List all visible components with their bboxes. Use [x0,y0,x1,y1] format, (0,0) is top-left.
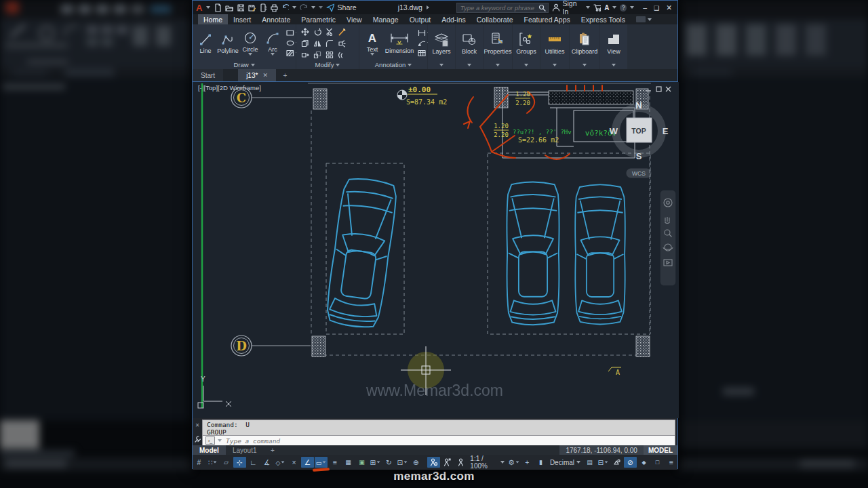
dynamic-input-icon[interactable] [233,457,246,468]
command-customize-wrench-icon[interactable] [194,435,201,443]
tab-output[interactable]: Output [404,14,437,24]
circle-caret-icon[interactable] [248,53,252,56]
viewport-controls[interactable] [646,87,671,92]
lock-ui-icon[interactable] [597,457,610,468]
open-folder-icon[interactable] [225,3,233,12]
model-space-badge[interactable]: MODEL [644,445,677,455]
ribbon-options[interactable] [631,14,657,24]
file-tab-close-icon[interactable] [262,72,268,79]
block-panel-footer[interactable] [456,60,483,69]
tab-express-tools[interactable]: Express Tools [576,14,631,24]
help-caret-icon[interactable] [630,6,634,9]
clipboard-button[interactable]: Clipboard [572,31,597,55]
object-isolate-icon[interactable] [610,457,623,468]
move-icon[interactable] [301,28,309,36]
command-input[interactable] [224,436,672,445]
annotation-visibility-icon[interactable] [427,457,440,468]
text-button[interactable]: A Text [362,30,382,56]
new-file-icon[interactable] [214,3,222,12]
tab-addins[interactable]: Add-ins [436,14,471,24]
annotation-panel-footer[interactable]: Annotation [359,60,427,69]
share-button[interactable]: Share [338,3,357,12]
drawing-canvas[interactable]: [-][Top][2D Wireframe] C [193,82,679,418]
infer-constraints-icon[interactable] [220,457,233,468]
sign-in-avatar-icon[interactable] [552,3,559,12]
arc-caret-icon[interactable] [271,53,275,56]
polyline-button[interactable]: Polyline [218,32,238,54]
command-input-row[interactable] [202,435,675,446]
tab-manage[interactable]: Manage [368,14,404,24]
snap-mode-icon[interactable] [206,457,219,468]
isolate-objects-icon[interactable] [534,457,547,468]
dimension-button[interactable]: Dimension [384,32,414,54]
command-close-icon[interactable] [195,422,200,428]
selection-cycling-icon[interactable] [355,457,368,468]
trim-icon[interactable] [326,28,334,36]
viewcube-north[interactable]: N [635,100,642,110]
tab-featured-apps[interactable]: Featured Apps [518,14,575,24]
layers-button[interactable]: Layers [431,31,452,55]
graphics-performance-icon[interactable] [624,457,637,468]
fillet-icon[interactable] [326,39,334,47]
file-tab-j13[interactable]: j13* [238,69,276,81]
layers-panel-footer[interactable] [428,60,455,69]
app-caret-icon[interactable] [612,6,616,9]
line-button[interactable]: Line [195,32,216,54]
tab-parametric[interactable]: Parametric [296,14,341,24]
search-box[interactable] [456,3,549,13]
object-snap-tracking-icon[interactable] [288,457,300,468]
quick-properties-icon[interactable] [583,457,596,468]
text-caret-icon[interactable] [370,53,374,56]
tray-settings-icon[interactable] [637,457,650,468]
logo-caret-icon[interactable] [206,6,210,9]
tab-insert[interactable]: Insert [228,14,256,24]
undo-icon[interactable] [281,3,290,12]
tab-view[interactable]: View [341,14,368,24]
save-as-icon[interactable] [248,3,256,12]
groups-button[interactable]: Groups [516,31,536,55]
maximize-button[interactable] [654,3,659,12]
app-store-cart-icon[interactable] [593,3,601,12]
circle-button[interactable]: Circle [240,30,260,56]
properties-panel-footer[interactable] [484,60,512,69]
utilities-panel-footer[interactable] [540,60,569,69]
isometric-drafting-icon[interactable] [274,457,287,468]
new-drawing-tab-button[interactable] [280,69,290,81]
annotation-scale-value[interactable]: 1:1 / 100% [468,455,507,470]
object-snap-settings-icon[interactable] [315,457,328,468]
mobile-device-icon[interactable] [259,3,267,12]
autodesk-app-icon[interactable] [604,4,609,12]
save-icon[interactable] [237,3,245,12]
minimize-button[interactable] [643,3,647,12]
rotate-icon[interactable] [313,28,321,36]
block-button[interactable]: Block [459,31,479,55]
view-button[interactable]: View [604,31,624,55]
clipboard-panel-footer[interactable] [570,60,599,69]
offset-icon[interactable] [338,51,346,59]
share-icon[interactable] [326,3,334,12]
lineweight-icon[interactable] [328,457,341,468]
3d-object-snap-icon[interactable] [369,457,382,468]
search-input[interactable] [459,3,536,12]
layout1-tab[interactable]: Layout1 [226,445,264,455]
annotation-monitor-icon[interactable] [521,457,534,468]
redo-caret-icon[interactable] [311,6,315,9]
undo-caret-icon[interactable] [292,6,296,9]
model-tab[interactable]: Model [193,445,226,455]
tab-home[interactable]: Home [198,14,228,24]
mirror-icon[interactable] [313,39,321,47]
viewcube-east[interactable]: E [663,126,669,136]
dynamic-ucs-icon[interactable] [382,457,395,468]
draw-panel-footer[interactable]: Draw [193,60,296,69]
view-panel-footer[interactable] [600,60,627,69]
viewcube[interactable]: TOP N W E S WCS [610,100,669,178]
new-layout-button[interactable] [267,445,277,455]
groups-panel-footer[interactable] [513,60,540,69]
close-button[interactable] [666,3,672,12]
stretch-icon[interactable] [301,51,309,59]
print-icon[interactable] [270,3,278,12]
ortho-mode-icon[interactable] [247,457,260,468]
autocad-logo-icon[interactable] [195,3,203,13]
erase-icon[interactable] [338,28,346,36]
utilities-button[interactable]: Utilities [545,31,565,55]
